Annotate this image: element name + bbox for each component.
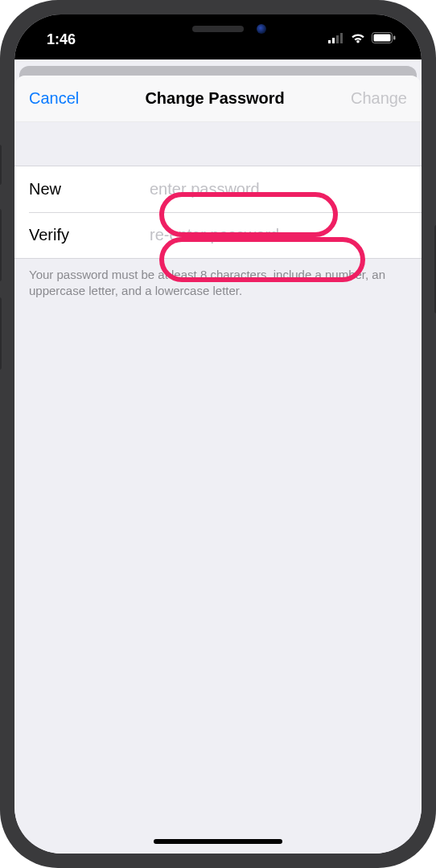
status-time: 1:46 — [47, 31, 76, 48]
wifi-icon — [350, 32, 366, 47]
svg-rect-6 — [393, 36, 396, 40]
verify-password-input[interactable] — [150, 226, 407, 244]
password-requirements-text: Your password must be at least 8 charact… — [14, 259, 422, 300]
nav-bar: Cancel Change Password Change — [14, 76, 422, 122]
volume-down-button — [0, 297, 2, 370]
new-password-row: New — [14, 166, 422, 212]
phone-frame: 1:46 Cancel Change Password Change — [0, 0, 436, 868]
front-camera — [257, 24, 266, 34]
page-title: Change Password — [145, 89, 284, 108]
new-password-label: New — [29, 180, 150, 199]
cancel-button[interactable]: Cancel — [29, 89, 79, 108]
modal-sheet: Cancel Change Password Change New Verify… — [14, 76, 422, 854]
verify-password-row: Verify — [14, 212, 422, 258]
cellular-icon — [328, 32, 344, 47]
status-icons — [328, 32, 396, 47]
change-button[interactable]: Change — [351, 89, 407, 108]
svg-rect-1 — [332, 38, 335, 43]
password-form-group: New Verify — [14, 166, 422, 259]
home-indicator[interactable] — [154, 839, 282, 844]
svg-rect-3 — [340, 33, 343, 43]
svg-rect-5 — [374, 35, 391, 42]
battery-icon — [372, 32, 396, 47]
svg-rect-2 — [336, 35, 339, 43]
new-password-input[interactable] — [150, 180, 407, 199]
verify-password-label: Verify — [29, 226, 150, 244]
notch — [121, 14, 315, 43]
svg-rect-0 — [328, 40, 331, 43]
screen: 1:46 Cancel Change Password Change — [14, 14, 422, 854]
speaker-grille — [192, 26, 244, 32]
